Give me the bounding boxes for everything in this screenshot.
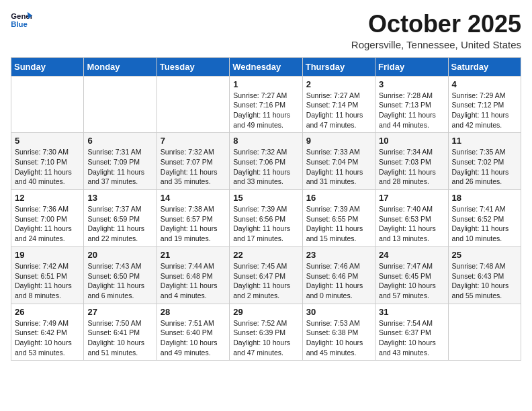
calendar-cell: 8Sunrise: 7:32 AM Sunset: 7:06 PM Daylig… [230,133,302,190]
svg-text:Blue: Blue [11,20,28,28]
weekday-header-row: SundayMondayTuesdayWednesdayThursdayFrid… [11,57,521,76]
calendar-cell: 24Sunrise: 7:47 AM Sunset: 6:45 PM Dayli… [375,246,448,304]
calendar-week-3: 12Sunrise: 7:36 AM Sunset: 7:00 PM Dayli… [11,190,521,247]
calendar-cell: 29Sunrise: 7:52 AM Sunset: 6:39 PM Dayli… [230,304,302,361]
calendar-week-2: 5Sunrise: 7:30 AM Sunset: 7:10 PM Daylig… [11,133,521,190]
day-info: Sunrise: 7:32 AM Sunset: 7:07 PM Dayligh… [161,147,226,187]
day-number: 13 [87,193,152,203]
calendar-cell: 23Sunrise: 7:46 AM Sunset: 6:46 PM Dayli… [302,246,375,304]
calendar-cell: 9Sunrise: 7:33 AM Sunset: 7:04 PM Daylig… [302,133,375,190]
day-number: 19 [15,250,80,260]
day-info: Sunrise: 7:27 AM Sunset: 7:16 PM Dayligh… [233,91,298,130]
calendar-cell: 31Sunrise: 7:54 AM Sunset: 6:37 PM Dayli… [375,304,448,361]
calendar-cell: 18Sunrise: 7:41 AM Sunset: 6:52 PM Dayli… [448,190,521,247]
calendar-cell [157,76,229,133]
day-number: 23 [306,250,371,260]
weekday-header-sunday: Sunday [11,57,84,76]
day-number: 6 [87,136,152,146]
day-info: Sunrise: 7:43 AM Sunset: 6:50 PM Dayligh… [87,261,152,301]
logo: General Blue [11,11,32,30]
day-info: Sunrise: 7:27 AM Sunset: 7:14 PM Dayligh… [306,91,371,130]
day-number: 24 [379,250,444,260]
calendar-cell: 4Sunrise: 7:29 AM Sunset: 7:12 PM Daylig… [448,76,521,133]
day-number: 10 [379,136,444,146]
day-info: Sunrise: 7:45 AM Sunset: 6:47 PM Dayligh… [233,261,298,301]
weekday-header-monday: Monday [84,57,157,76]
day-number: 4 [452,79,517,89]
weekday-header-wednesday: Wednesday [230,57,302,76]
day-info: Sunrise: 7:38 AM Sunset: 6:57 PM Dayligh… [161,204,226,244]
day-info: Sunrise: 7:47 AM Sunset: 6:45 PM Dayligh… [379,261,444,301]
page-header: General Blue October 2025 Rogersville, T… [11,11,521,50]
day-info: Sunrise: 7:29 AM Sunset: 7:12 PM Dayligh… [452,91,517,130]
calendar-cell: 20Sunrise: 7:43 AM Sunset: 6:50 PM Dayli… [84,246,157,304]
location-subtitle: Rogersville, Tennessee, United States [351,39,521,50]
day-number: 25 [452,250,517,260]
day-info: Sunrise: 7:35 AM Sunset: 7:02 PM Dayligh… [452,147,517,187]
calendar-cell: 14Sunrise: 7:38 AM Sunset: 6:57 PM Dayli… [157,190,229,247]
day-info: Sunrise: 7:41 AM Sunset: 6:52 PM Dayligh… [452,204,517,244]
logo-icon: General Blue [11,11,32,30]
day-info: Sunrise: 7:49 AM Sunset: 6:42 PM Dayligh… [15,318,80,358]
day-info: Sunrise: 7:46 AM Sunset: 6:46 PM Dayligh… [306,261,371,301]
day-number: 3 [379,79,444,89]
day-number: 9 [306,136,371,146]
calendar-cell: 17Sunrise: 7:40 AM Sunset: 6:53 PM Dayli… [375,190,448,247]
day-info: Sunrise: 7:52 AM Sunset: 6:39 PM Dayligh… [233,318,298,358]
day-number: 2 [306,79,371,89]
day-info: Sunrise: 7:33 AM Sunset: 7:04 PM Dayligh… [306,147,371,187]
day-number: 29 [233,307,298,317]
calendar-week-4: 19Sunrise: 7:42 AM Sunset: 6:51 PM Dayli… [11,246,521,304]
calendar-table: SundayMondayTuesdayWednesdayThursdayFrid… [11,57,521,361]
day-info: Sunrise: 7:54 AM Sunset: 6:37 PM Dayligh… [379,318,444,358]
calendar-cell [448,304,521,361]
weekday-header-saturday: Saturday [448,57,521,76]
day-number: 18 [452,193,517,203]
day-number: 15 [233,193,298,203]
calendar-cell: 13Sunrise: 7:37 AM Sunset: 6:59 PM Dayli… [84,190,157,247]
day-info: Sunrise: 7:34 AM Sunset: 7:03 PM Dayligh… [379,147,444,187]
day-info: Sunrise: 7:53 AM Sunset: 6:38 PM Dayligh… [306,318,371,358]
day-number: 28 [161,307,226,317]
day-number: 22 [233,250,298,260]
day-info: Sunrise: 7:51 AM Sunset: 6:40 PM Dayligh… [161,318,226,358]
day-info: Sunrise: 7:36 AM Sunset: 7:00 PM Dayligh… [15,204,80,244]
calendar-cell: 28Sunrise: 7:51 AM Sunset: 6:40 PM Dayli… [157,304,229,361]
day-number: 27 [87,307,152,317]
calendar-cell: 3Sunrise: 7:28 AM Sunset: 7:13 PM Daylig… [375,76,448,133]
day-info: Sunrise: 7:42 AM Sunset: 6:51 PM Dayligh… [15,261,80,301]
day-number: 20 [87,250,152,260]
calendar-cell: 5Sunrise: 7:30 AM Sunset: 7:10 PM Daylig… [11,133,84,190]
title-block: October 2025 Rogersville, Tennessee, Uni… [351,11,521,50]
calendar-cell: 26Sunrise: 7:49 AM Sunset: 6:42 PM Dayli… [11,304,84,361]
calendar-cell: 10Sunrise: 7:34 AM Sunset: 7:03 PM Dayli… [375,133,448,190]
calendar-cell: 21Sunrise: 7:44 AM Sunset: 6:48 PM Dayli… [157,246,229,304]
calendar-cell: 11Sunrise: 7:35 AM Sunset: 7:02 PM Dayli… [448,133,521,190]
calendar-cell: 15Sunrise: 7:39 AM Sunset: 6:56 PM Dayli… [230,190,302,247]
day-number: 1 [233,79,298,89]
calendar-week-5: 26Sunrise: 7:49 AM Sunset: 6:42 PM Dayli… [11,304,521,361]
day-number: 11 [452,136,517,146]
day-info: Sunrise: 7:40 AM Sunset: 6:53 PM Dayligh… [379,204,444,244]
day-info: Sunrise: 7:31 AM Sunset: 7:09 PM Dayligh… [87,147,152,187]
day-info: Sunrise: 7:28 AM Sunset: 7:13 PM Dayligh… [379,91,444,130]
weekday-header-friday: Friday [375,57,448,76]
calendar-cell: 16Sunrise: 7:39 AM Sunset: 6:55 PM Dayli… [302,190,375,247]
day-info: Sunrise: 7:37 AM Sunset: 6:59 PM Dayligh… [87,204,152,244]
day-info: Sunrise: 7:30 AM Sunset: 7:10 PM Dayligh… [15,147,80,187]
calendar-cell: 7Sunrise: 7:32 AM Sunset: 7:07 PM Daylig… [157,133,229,190]
day-number: 17 [379,193,444,203]
calendar-cell [84,76,157,133]
calendar-cell: 6Sunrise: 7:31 AM Sunset: 7:09 PM Daylig… [84,133,157,190]
day-number: 26 [15,307,80,317]
calendar-cell: 30Sunrise: 7:53 AM Sunset: 6:38 PM Dayli… [302,304,375,361]
day-number: 21 [161,250,226,260]
calendar-cell: 22Sunrise: 7:45 AM Sunset: 6:47 PM Dayli… [230,246,302,304]
day-number: 7 [161,136,226,146]
day-info: Sunrise: 7:50 AM Sunset: 6:41 PM Dayligh… [87,318,152,358]
day-info: Sunrise: 7:32 AM Sunset: 7:06 PM Dayligh… [233,147,298,187]
day-info: Sunrise: 7:44 AM Sunset: 6:48 PM Dayligh… [161,261,226,301]
calendar-cell [11,76,84,133]
calendar-cell: 12Sunrise: 7:36 AM Sunset: 7:00 PM Dayli… [11,190,84,247]
day-number: 30 [306,307,371,317]
